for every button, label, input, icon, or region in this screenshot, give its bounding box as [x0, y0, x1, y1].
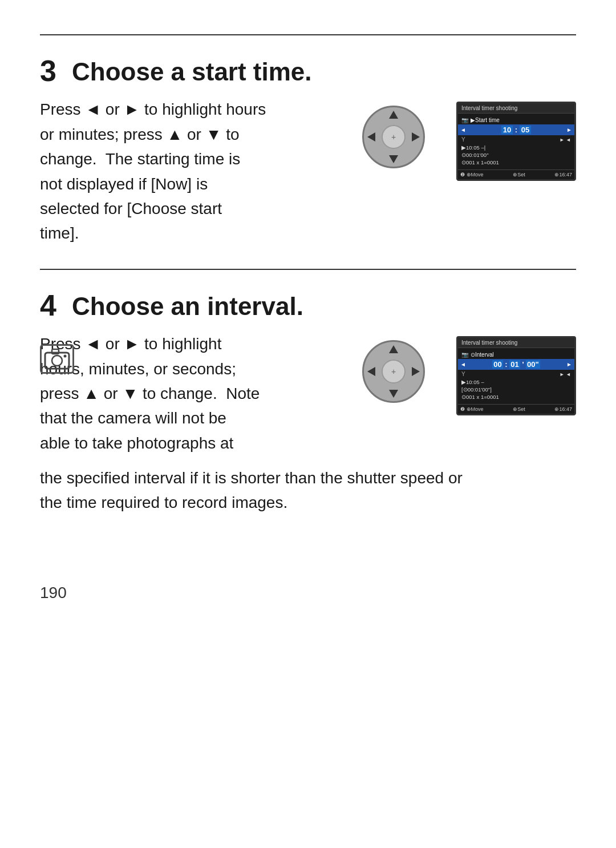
screen4-footer-left: ❷ ⊕Move: [460, 406, 484, 412]
screen4-header-text: Interval timer shooting: [461, 340, 517, 346]
dpad-right-arrow-4: [412, 367, 420, 376]
screen3-row4-text: ⊙00:01'00": [461, 152, 489, 158]
screen3-arrow-left: ◄: [460, 127, 466, 133]
section-4-full-text: the specified interval if it is shorter …: [40, 466, 576, 515]
dpad-left-arrow-4: [367, 367, 375, 376]
screen3-footer-mid: ⊕Set: [513, 172, 525, 177]
section-4: 4 Choose an interval. Press ◄ or ► to hi…: [40, 269, 576, 515]
screen3-row3-text: ▶10:05 –|: [461, 144, 485, 151]
section-3-title: Choose a start time.: [72, 56, 312, 86]
dpad-4: +: [359, 337, 428, 406]
screen3-body: 📷 ▶Start time ◄ 10 : 05 ► Y: [458, 114, 574, 168]
dpad-outer-3: +: [362, 106, 425, 168]
dpad-up-arrow-3: [389, 111, 398, 119]
screen4-row5: ⊙001 x 1=0001: [461, 393, 571, 401]
screen4-footer-mid: ⊕Set: [513, 406, 525, 412]
screen3-row-value: ◄ 10 : 05 ►: [458, 124, 574, 135]
step-4-number: 4: [40, 290, 63, 320]
screen4-row5-text: ⊙001 x 1=0001: [461, 394, 499, 400]
screen4-item1: ⊙Interval: [471, 352, 571, 358]
section-3-header: 3 Choose a start time.: [40, 56, 576, 86]
page-number: 190: [40, 584, 67, 602]
screen4-row3: ▶10:05 –: [461, 378, 571, 386]
screen3-header-text: Interval timer shooting: [461, 105, 517, 111]
svg-point-1: [52, 356, 62, 366]
screen3-row5-text: ⊙001 x 1=0001: [461, 159, 499, 165]
screen4-row-mode: 📷 ⊙Interval: [461, 350, 571, 359]
screen4-body: 📷 ⊙Interval ◄ 00 : 01 ' 00" ►: [458, 348, 574, 403]
section-4-text: Press ◄ or ► to highlight hours, minutes…: [40, 332, 331, 455]
page-container: 3 Choose a start time. Press ◄ or ► to h…: [0, 0, 616, 625]
screen4-y: Y: [461, 371, 465, 377]
screen3-y: Y: [461, 136, 465, 143]
camera-icon-box: [40, 344, 74, 374]
screen3-footer: ❷ ⊕Move ⊕Set ⊕16:47: [458, 169, 574, 179]
camera-screen-3: Interval timer shooting 📷 ▶Start time ◄ …: [456, 102, 576, 181]
screen4-arrow-right: ►: [566, 361, 572, 368]
section-4-header: 4 Choose an interval.: [40, 290, 576, 320]
screen3-val-m: 05: [520, 126, 531, 134]
screen4-header: Interval timer shooting: [458, 338, 574, 348]
screen3-colon: :: [515, 126, 520, 134]
section-4-full-text-1: the specified interval if it is shorter …: [40, 469, 463, 487]
section-3-content: Press ◄ or ► to highlight hours or minut…: [40, 97, 576, 245]
section-3-text-p: Press ◄ or ► to highlight hours or minut…: [40, 97, 331, 245]
step-3-number: 3: [40, 56, 63, 86]
screen4-row-y: Y ► ◄: [461, 370, 571, 378]
screen3-mode-icon: 📷: [461, 117, 468, 123]
screen4-icons: ► ◄: [560, 371, 571, 377]
screen3-val-h: 10: [501, 126, 513, 134]
page-number-text: 190: [40, 584, 67, 601]
screen4-row4-text: [⊙00:01'00"]: [461, 386, 492, 393]
camera-icon: [44, 348, 70, 370]
screen3-row4: ⊙00:01'00": [461, 151, 571, 159]
screen3-footer-right: ⊕16:47: [554, 172, 572, 177]
dpad-center-4: +: [382, 360, 406, 383]
section-4-content: Press ◄ or ► to highlight hours, minutes…: [40, 332, 576, 455]
screen3-footer-left: ❷ ⊕Move: [460, 172, 484, 177]
screen3-row3: ▶10:05 –|: [461, 144, 571, 151]
screen3-item1: ▶Start time: [471, 117, 571, 123]
screen4-mode-icon: 📷: [461, 352, 468, 358]
camera-screen-4: Interval timer shooting 📷 ⊙Interval ◄ 00…: [456, 336, 576, 415]
dpad-3: +: [359, 103, 428, 171]
svg-point-3: [64, 354, 67, 357]
dpad-center-3: +: [382, 125, 406, 149]
screen4-val-m: 01: [509, 360, 520, 369]
screen4-val-s: 00": [526, 360, 540, 369]
screen4-row4: [⊙00:01'00"]: [461, 386, 571, 393]
screen4-value: 00 : 01 ' 00": [492, 360, 540, 369]
dpad-left-arrow-3: [367, 132, 375, 142]
section-3-text: Press ◄ or ► to highlight hours or minut…: [40, 97, 331, 245]
dpad-right-arrow-3: [412, 132, 420, 142]
dpad-outer-4: +: [362, 340, 425, 403]
section-4-bottom-text: the specified interval if it is shorter …: [40, 460, 576, 515]
screen3-header: Interval timer shooting: [458, 103, 574, 114]
screen4-row3-text: ▶10:05 –: [461, 379, 484, 385]
dpad-section4: +: [354, 332, 433, 411]
screen3-row5: ⊙001 x 1=0001: [461, 159, 571, 166]
screen3-row-mode: 📷 ▶Start time: [461, 116, 571, 124]
screen3-arrow-right: ►: [566, 127, 572, 133]
section-4-text-p: Press ◄ or ► to highlight hours, minutes…: [40, 332, 331, 455]
dpad-section3: +: [354, 97, 433, 177]
screen4-footer-right: ⊕16:47: [554, 406, 572, 412]
screen3-row-y: Y ► ◄: [461, 135, 571, 144]
dpad-down-arrow-3: [389, 155, 398, 163]
section-4-title: Choose an interval.: [72, 290, 303, 320]
screen4-val-h: 00: [492, 360, 502, 369]
dpad-down-arrow-4: [389, 390, 398, 398]
screen3-icons: ► ◄: [560, 137, 571, 143]
section-4-full-text-2: the time required to record images.: [40, 494, 287, 511]
screen4-footer: ❷ ⊕Move ⊕Set ⊕16:47: [458, 404, 574, 414]
screen4-arrow-left: ◄: [460, 361, 466, 368]
screen3-value: 10 : 05: [501, 126, 532, 134]
screen4-row-value: ◄ 00 : 01 ' 00" ►: [458, 359, 574, 370]
section-3: 3 Choose a start time. Press ◄ or ► to h…: [40, 34, 576, 246]
dpad-up-arrow-4: [389, 345, 398, 353]
svg-rect-2: [52, 349, 59, 354]
